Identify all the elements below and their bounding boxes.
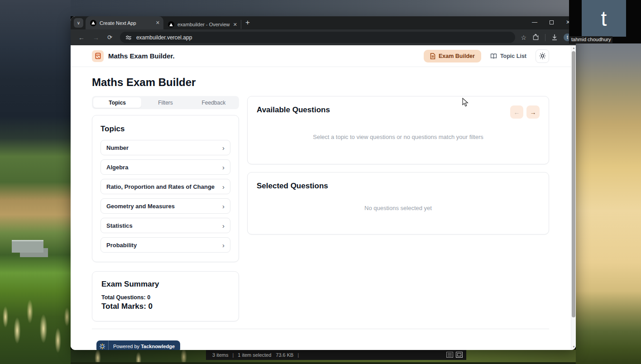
left-column: Topics Filters Feedback Topics Number › xyxy=(92,96,239,321)
url-text: exambuilder.vercel.app xyxy=(136,34,192,41)
tab-close-icon[interactable]: ✕ xyxy=(156,20,160,26)
scroll-down-icon[interactable]: ▼ xyxy=(571,345,576,348)
chevron-right-icon: › xyxy=(222,203,225,210)
bookmark-star-icon[interactable]: ☆ xyxy=(521,34,526,41)
tacknowledge-starburst-icon xyxy=(96,340,109,350)
topic-item-statistics[interactable]: Statistics › xyxy=(100,218,230,233)
selected-questions-card: Selected Questions No questions selected… xyxy=(247,172,549,235)
exam-builder-page: Maths Exam Builder. Exam Builder xyxy=(71,45,571,350)
tab-close-icon[interactable]: ✕ xyxy=(233,22,237,28)
extensions-icon[interactable] xyxy=(532,34,539,41)
open-book-icon xyxy=(490,53,497,59)
exam-summary-card: Exam Summary Total Questions: 0 Total Ma… xyxy=(92,271,239,321)
topic-label: Algebra xyxy=(106,164,128,171)
tab-title: Create Next App xyxy=(100,20,153,26)
browser-window: ∨ Create Next App ✕ exambuilder - Overvi… xyxy=(71,16,576,350)
main-layout: Topics Filters Feedback Topics Number › xyxy=(92,96,549,321)
toolbar-right: ☆ t xyxy=(521,34,571,41)
chevron-right-icon: › xyxy=(222,144,225,151)
site-settings-icon xyxy=(125,35,132,40)
details-view-icon[interactable] xyxy=(446,352,453,358)
arrow-right-icon: → xyxy=(530,109,536,116)
topics-card-title: Topics xyxy=(100,125,230,134)
thumbnail-view-icon[interactable] xyxy=(456,352,463,358)
total-marks-text: Total Marks: 0 xyxy=(101,302,230,311)
browser-toolbar: ← → ⟳ exambuilder.vercel.app ☆ xyxy=(71,29,576,45)
statusbar-separator: | xyxy=(232,352,234,358)
scroll-up-icon[interactable]: ▲ xyxy=(571,47,576,49)
topic-item-number[interactable]: Number › xyxy=(100,140,230,155)
chevron-right-icon: › xyxy=(222,222,225,229)
tab-filters[interactable]: Filters xyxy=(141,97,189,108)
wallpaper-house xyxy=(12,240,43,253)
new-tab-button[interactable]: + xyxy=(245,18,250,27)
scrollbar-thumb[interactable] xyxy=(572,51,575,317)
chevron-right-icon: › xyxy=(222,183,225,190)
topic-label: Statistics xyxy=(106,222,133,229)
wallpaper-top xyxy=(71,0,576,16)
statusbar-separator-2: | xyxy=(297,352,299,358)
right-column: Available Questions ← → xyxy=(247,96,549,321)
browser-tab-create-next-app[interactable]: Create Next App ✕ xyxy=(86,16,163,29)
address-bar[interactable]: exambuilder.vercel.app xyxy=(120,32,516,43)
topic-item-algebra[interactable]: Algebra › xyxy=(100,159,230,175)
topic-label: Probability xyxy=(106,242,137,249)
download-icon[interactable] xyxy=(551,34,558,41)
chevron-right-icon: › xyxy=(222,242,225,249)
video-call-overlay: t tahmid choudhury xyxy=(569,0,641,43)
vercel-favicon-icon xyxy=(90,20,96,26)
theme-toggle-button[interactable] xyxy=(536,49,549,63)
desktop: 3 items | 1 item selected 73.6 KB | ∨ Cr… xyxy=(0,0,641,364)
footer-divider xyxy=(92,329,549,329)
explorer-item-count: 3 items xyxy=(212,352,228,358)
chevron-right-icon: › xyxy=(222,164,225,171)
available-questions-card: Available Questions ← → xyxy=(247,96,549,164)
page-title: Maths Exam Builder xyxy=(92,76,549,89)
topic-list-nav-label: Topic List xyxy=(500,53,526,59)
participant-name-label: tahmid choudhury xyxy=(569,36,612,43)
browser-viewport: Maths Exam Builder. Exam Builder xyxy=(71,45,576,350)
tab-feedback[interactable]: Feedback xyxy=(190,97,238,108)
exam-summary-title: Exam Summary xyxy=(101,280,230,289)
participant-avatar-letter: t xyxy=(601,8,607,29)
minimize-button[interactable]: — xyxy=(532,19,537,25)
browser-tab-exambuilder-overview[interactable]: exambuilder - Overview – Verce ✕ xyxy=(163,20,241,29)
tab-search-button[interactable]: ∨ xyxy=(74,18,83,28)
app-nav: Exam Builder Topic List xyxy=(424,49,549,63)
sun-icon xyxy=(539,53,546,59)
exam-builder-nav-button[interactable]: Exam Builder xyxy=(424,50,481,62)
topic-item-ratio-proportion[interactable]: Ratio, Proportion and Rates of Change › xyxy=(100,179,230,194)
topic-list-nav-button[interactable]: Topic List xyxy=(488,50,529,62)
explorer-status-bar: 3 items | 1 item selected 73.6 KB | xyxy=(206,350,466,360)
wallpaper-left xyxy=(0,0,71,364)
powered-by-badge[interactable]: Powered by Tacknowledge xyxy=(96,340,180,350)
window-controls: — ✕ xyxy=(532,16,570,28)
selected-questions-title: Selected Questions xyxy=(257,182,540,191)
total-questions-text: Total Questions: 0 xyxy=(101,294,230,301)
app-brand-title: Maths Exam Builder. xyxy=(108,52,175,60)
topics-list: Number › Algebra › Ratio, Proportion and… xyxy=(100,140,230,253)
exam-builder-nav-label: Exam Builder xyxy=(439,53,475,59)
app-logo-calculator-icon xyxy=(92,50,104,62)
page-scrollbar[interactable]: ▲ ▼ xyxy=(571,45,576,350)
next-page-button[interactable]: → xyxy=(526,105,540,119)
explorer-selected-size: 73.6 KB xyxy=(276,352,293,358)
reload-button[interactable]: ⟳ xyxy=(103,34,116,41)
topic-item-probability[interactable]: Probability › xyxy=(100,237,230,253)
arrow-left-icon: ← xyxy=(514,109,520,116)
tab-topics[interactable]: Topics xyxy=(93,97,141,108)
previous-page-button[interactable]: ← xyxy=(510,105,523,119)
questions-pager: ← → xyxy=(510,105,540,119)
topic-label: Geometry and Measures xyxy=(106,203,175,210)
browser-tab-strip: ∨ Create Next App ✕ exambuilder - Overvi… xyxy=(71,16,576,29)
topic-item-geometry-measures[interactable]: Geometry and Measures › xyxy=(100,198,230,214)
maximize-button[interactable] xyxy=(550,20,554,24)
available-questions-title: Available Questions xyxy=(257,105,330,115)
topic-label: Ratio, Proportion and Rates of Change xyxy=(106,183,215,190)
tacknowledge-brand: Tacknowledge xyxy=(141,344,175,349)
powered-by-text: Powered by Tacknowledge xyxy=(109,344,180,349)
back-button[interactable]: ← xyxy=(74,34,89,41)
participant-tile: t xyxy=(582,0,626,37)
selected-questions-empty-state: No questions selected yet xyxy=(257,205,540,211)
forward-button[interactable]: → xyxy=(89,34,103,41)
